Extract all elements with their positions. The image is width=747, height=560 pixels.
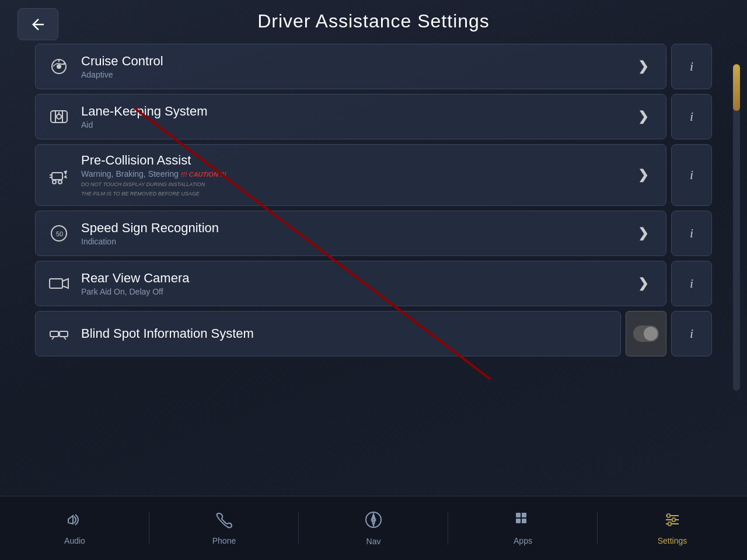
pre-collision-info-button[interactable]: i <box>671 144 712 206</box>
svg-rect-34 <box>668 522 671 526</box>
rear-view-info-button[interactable]: i <box>671 261 712 306</box>
caution-text: !!! CAUTION !!! <box>181 171 226 178</box>
svg-point-2 <box>57 65 61 68</box>
top-bar: Driver Assistance Settings <box>0 0 747 38</box>
svg-text:50: 50 <box>56 230 63 237</box>
lane-keeping-title: Lane-Keeping System <box>81 104 622 119</box>
svg-rect-33 <box>672 518 675 522</box>
speed-sign-row: 50 Speed Sign Recognition Indication ❯ i <box>35 211 712 256</box>
svg-point-21 <box>644 327 658 341</box>
rear-view-title: Rear View Camera <box>81 271 622 286</box>
nav-apps[interactable]: Apps <box>448 505 598 551</box>
nav-label: Nav <box>366 537 381 546</box>
scrollbar-track[interactable] <box>733 64 740 391</box>
svg-point-9 <box>57 114 61 119</box>
blind-spot-icon <box>47 323 71 344</box>
svg-rect-28 <box>522 519 526 523</box>
rear-view-chevron: ❯ <box>632 276 654 291</box>
pre-collision-icon <box>47 164 71 186</box>
nav-settings[interactable]: Settings <box>598 505 747 551</box>
caution-small2: THE FILM IS TO BE REMOVED BEFORE USAGE <box>81 191 200 197</box>
nav-compass-icon <box>364 510 383 533</box>
apps-label: Apps <box>514 536 532 545</box>
svg-rect-27 <box>516 519 521 523</box>
cruise-control-item[interactable]: Cruise Control Adaptive ❯ <box>35 44 666 89</box>
cruise-control-title: Cruise Control <box>81 54 622 69</box>
pre-collision-text: Pre-Collision Assist Warning, Braking, S… <box>81 153 622 197</box>
bottom-nav: Audio Phone Nav <box>0 496 747 560</box>
audio-label: Audio <box>64 536 85 545</box>
nav-audio[interactable]: Audio <box>0 505 149 551</box>
svg-rect-17 <box>50 331 58 337</box>
blind-spot-text: Blind Spot Information System <box>81 326 609 341</box>
svg-rect-25 <box>516 513 521 517</box>
rear-view-text: Rear View Camera Park Aid On, Delay Off <box>81 271 622 296</box>
page-title: Driver Assistance Settings <box>257 10 490 32</box>
svg-point-13 <box>58 180 62 184</box>
cruise-icon <box>47 56 71 77</box>
lane-keeping-item[interactable]: Lane-Keeping System Aid ❯ <box>35 94 666 139</box>
phone-icon <box>215 511 233 533</box>
svg-marker-23 <box>372 514 375 520</box>
speed-sign-info-button[interactable]: i <box>671 211 712 256</box>
content-area: Cruise Control Adaptive ❯ i <box>0 38 747 362</box>
settings-icon <box>664 511 681 533</box>
lane-keeping-subtitle: Aid <box>81 120 622 130</box>
cruise-control-text: Cruise Control Adaptive <box>81 54 622 79</box>
speed-sign-title: Speed Sign Recognition <box>81 220 622 236</box>
screen: Driver Assistance Settings <box>0 0 747 560</box>
lane-keeping-row: Lane-Keeping System Aid ❯ i <box>35 94 712 139</box>
apps-icon <box>514 511 532 533</box>
pre-collision-subtitle: Warning, Braking, Steering !!! CAUTION !… <box>81 169 622 197</box>
rear-view-row: Rear View Camera Park Aid On, Delay Off … <box>35 261 712 306</box>
audio-icon <box>66 511 83 533</box>
lane-keeping-info-button[interactable]: i <box>671 94 712 139</box>
pre-collision-item[interactable]: Pre-Collision Assist Warning, Braking, S… <box>35 144 666 206</box>
lane-keeping-icon <box>47 106 71 127</box>
svg-rect-32 <box>667 514 670 517</box>
cruise-control-chevron: ❯ <box>632 59 654 74</box>
cruise-control-row: Cruise Control Adaptive ❯ i <box>35 44 712 89</box>
speed-sign-chevron: ❯ <box>632 226 654 241</box>
blind-spot-item[interactable]: Blind Spot Information System <box>35 311 621 356</box>
speed-sign-icon: 50 <box>47 223 71 244</box>
phone-label: Phone <box>212 536 236 545</box>
toggle-switch-icon <box>633 326 659 342</box>
svg-rect-16 <box>50 279 62 288</box>
pre-collision-title: Pre-Collision Assist <box>81 153 622 168</box>
blind-spot-title: Blind Spot Information System <box>81 326 609 341</box>
settings-label: Settings <box>658 536 687 545</box>
lane-keeping-text: Lane-Keeping System Aid <box>81 104 622 130</box>
cruise-control-info-button[interactable]: i <box>671 44 712 89</box>
svg-rect-11 <box>52 173 62 180</box>
nav-phone[interactable]: Phone <box>149 505 299 551</box>
speed-sign-item[interactable]: 50 Speed Sign Recognition Indication ❯ <box>35 211 666 256</box>
svg-point-12 <box>53 180 56 184</box>
back-arrow-icon <box>29 16 47 33</box>
speed-sign-text: Speed Sign Recognition Indication <box>81 220 622 246</box>
speed-sign-subtitle: Indication <box>81 237 622 246</box>
pre-collision-row: Pre-Collision Assist Warning, Braking, S… <box>35 144 712 206</box>
lane-keeping-chevron: ❯ <box>632 109 654 124</box>
scrollbar-thumb <box>733 64 740 111</box>
blind-spot-toggle[interactable] <box>626 311 666 356</box>
caution-small1: DO NOT TOUCH DISPLAY DURING INSTALLATION <box>81 181 205 187</box>
svg-rect-26 <box>522 513 526 517</box>
blind-spot-info-button[interactable]: i <box>671 311 712 356</box>
rear-view-icon <box>47 273 71 294</box>
blind-spot-row: Blind Spot Information System i <box>35 311 712 356</box>
pre-collision-chevron: ❯ <box>632 167 654 183</box>
back-button[interactable] <box>18 8 58 40</box>
svg-rect-18 <box>60 331 68 337</box>
cruise-control-subtitle: Adaptive <box>81 70 622 79</box>
rear-view-subtitle: Park Aid On, Delay Off <box>81 287 622 296</box>
nav-nav[interactable]: Nav <box>299 505 448 552</box>
svg-marker-24 <box>372 520 375 526</box>
rear-view-item[interactable]: Rear View Camera Park Aid On, Delay Off … <box>35 261 666 306</box>
